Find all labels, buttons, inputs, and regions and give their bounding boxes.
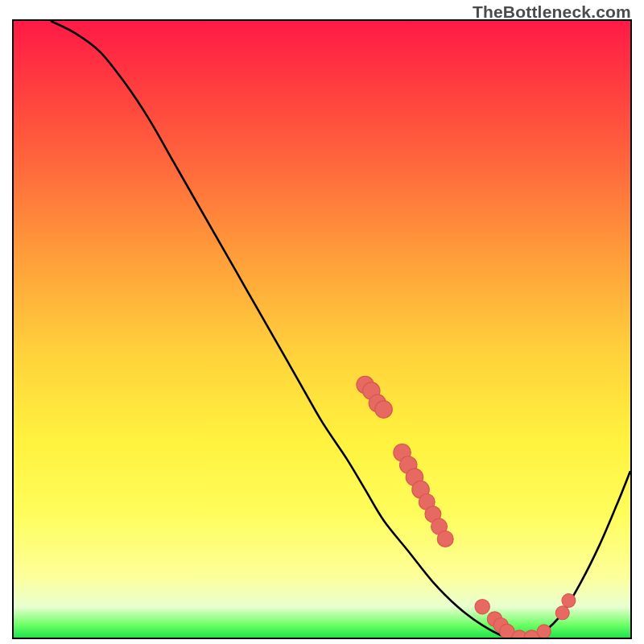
marker-layer <box>357 376 576 638</box>
curve-layer <box>51 21 630 638</box>
data-marker <box>537 625 551 638</box>
bottleneck-curve <box>51 21 630 638</box>
data-marker <box>475 600 489 614</box>
data-marker <box>555 606 569 620</box>
data-marker <box>437 530 453 547</box>
chart-stage: TheBottleneck.com <box>0 0 644 644</box>
data-marker <box>562 594 576 608</box>
chart-svg <box>14 21 630 638</box>
plot-frame <box>12 19 632 639</box>
data-marker <box>375 401 392 418</box>
